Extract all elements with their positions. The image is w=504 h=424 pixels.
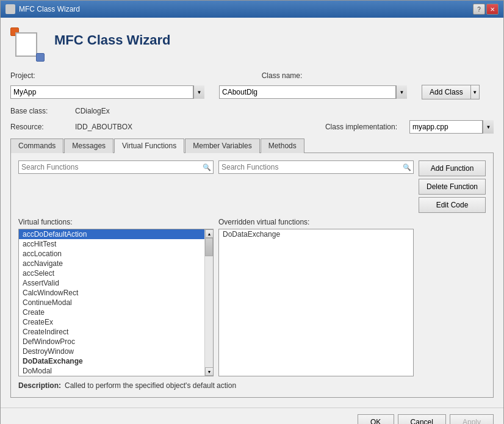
classimpl-value: myapp.cpp [412,123,448,131]
list-item[interactable]: accSelect [19,268,204,278]
lists-row: Virtual functions: accDoDefaultAction ac… [18,218,486,376]
classimpl-combo[interactable]: myapp.cpp [409,120,483,134]
icon-box [15,32,37,57]
list-item[interactable]: accDoDefaultAction [19,229,204,239]
project-combo[interactable]: MyApp [10,85,193,99]
baseclass-value: CDialogEx [75,107,110,115]
virtual-functions-list: accDoDefaultAction accHitTest accLocatio… [18,229,214,376]
add-class-button[interactable]: Add Class [422,85,471,99]
list-item[interactable]: DestroyWindow [19,347,204,356]
title-bar-controls: ? ✕ [473,4,499,15]
classimpl-combo-wrapper: myapp.cpp ▼ [409,120,494,134]
tab-member-variables[interactable]: Member Variables [185,138,259,153]
overridden-functions-list: DoDataExchange [218,229,414,376]
overridden-functions-section: Overridden virtual functions: DoDataExch… [218,218,414,376]
tab-virtual-functions[interactable]: Virtual Functions [114,138,184,153]
classimpl-combo-arrow[interactable]: ▼ [483,120,494,134]
form-section: Project: Class name: MyApp ▼ CAboutDlg ▼ [10,71,494,134]
apply-button[interactable]: Apply [450,414,494,424]
right-search-box: 🔍 [218,160,414,174]
baseclass-row: Base class: CDialogEx [10,107,494,115]
virtual-functions-label: Virtual functions: [18,218,214,226]
list-item[interactable]: Create [19,307,204,317]
left-search-icon[interactable]: 🔍 [201,161,213,173]
virtual-functions-scroll[interactable]: accDoDefaultAction accHitTest accLocatio… [19,229,204,376]
list-item[interactable]: accNavigate [19,259,204,268]
list-item[interactable]: CreateEx [19,317,204,327]
right-search-icon[interactable]: 🔍 [401,161,413,173]
classname-label: Class name: [262,71,303,80]
main-content: MFC Class Wizard Project: Class name: My… [1,18,503,408]
project-controls-row: MyApp ▼ CAboutDlg ▼ Add Class ▼ [10,85,494,99]
title-bar: MFC Class Wizard ? ✕ [1,1,503,18]
cancel-button[interactable]: Cancel [398,414,446,424]
classimpl-label: Class implementation: [325,123,397,131]
tab-bar: Commands Messages Virtual Functions Memb… [10,138,494,153]
resource-label: Resource: [10,123,65,131]
left-search-box: 🔍 [18,160,214,174]
description-text: Called to perform the specified object's… [65,381,236,390]
classname-combo[interactable]: CAboutDlg [219,85,396,99]
scroll-up-btn[interactable]: ▲ [205,229,214,238]
scroll-track [205,238,213,367]
delete-function-button[interactable]: Delete Function [419,179,486,195]
list-item[interactable]: DefWindowProc [19,337,204,347]
description-bar: Description: Called to perform the speci… [18,381,486,390]
classname-combo-wrapper: CAboutDlg ▼ [219,85,407,99]
tab-commands[interactable]: Commands [10,138,63,153]
list-item[interactable]: accLocation [19,249,204,259]
tab-methods[interactable]: Methods [261,138,304,153]
list-item[interactable]: AssertValid [19,278,204,288]
left-scrollbar[interactable]: ▲ ▼ [204,229,213,376]
classname-combo-arrow[interactable]: ▼ [396,85,407,99]
search-row: 🔍 🔍 Add Function Delete Function Edit Co… [18,160,486,213]
scroll-thumb[interactable] [205,238,213,256]
project-label: Project: [10,71,65,80]
tab-messages[interactable]: Messages [64,138,113,153]
project-combo-arrow[interactable]: ▼ [193,85,204,99]
buttons-spacer [419,218,486,376]
tab-content: 🔍 🔍 Add Function Delete Function Edit Co… [10,153,494,398]
list-item[interactable]: CalcWindowRect [19,288,204,298]
list-item[interactable]: DoDataExchange [219,229,413,239]
right-search-input[interactable] [219,162,401,173]
project-combo-wrapper: MyApp ▼ [10,85,204,99]
page-title: MFC Class Wizard [54,32,171,48]
header-section: MFC Class Wizard [10,27,494,62]
resource-row: Resource: IDD_ABOUTBOX Class implementat… [10,120,494,134]
footer: OK Cancel Apply [1,408,503,424]
scroll-down-btn[interactable]: ▼ [205,367,214,376]
help-button[interactable]: ? [473,4,485,15]
add-class-dropdown-arrow[interactable]: ▼ [471,85,480,99]
overridden-functions-scroll[interactable]: DoDataExchange [219,229,413,376]
classname-value: CAboutDlg [222,88,257,96]
functions-area: 🔍 🔍 Add Function Delete Function Edit Co… [18,160,486,390]
list-item[interactable]: accHitTest [19,239,204,249]
add-class-group: Add Class ▼ [422,85,480,99]
project-value: MyApp [13,88,36,96]
description-label: Description: [18,381,61,390]
list-item[interactable]: DoModal [19,366,204,376]
window-title: MFC Class Wizard [19,5,80,13]
list-item[interactable]: CreateIndirect [19,327,204,337]
overridden-functions-label: Overridden virtual functions: [218,218,414,226]
title-bar-left: MFC Class Wizard [5,4,80,14]
action-buttons: Add Function Delete Function Edit Code [419,160,486,213]
add-function-button[interactable]: Add Function [419,160,486,176]
ok-button[interactable]: OK [358,414,394,424]
edit-code-button[interactable]: Edit Code [419,197,486,213]
list-item[interactable]: ContinueModal [19,298,204,307]
icon-dot2 [36,53,45,62]
resource-value: IDD_ABOUTBOX [75,123,132,131]
left-search-input[interactable] [19,162,201,173]
list-item[interactable]: DoDataExchange [19,356,204,366]
wizard-icon [10,27,45,62]
window-icon [5,4,15,14]
baseclass-label: Base class: [10,107,65,115]
project-row: Project: Class name: [10,71,494,80]
virtual-functions-section: Virtual functions: accDoDefaultAction ac… [18,218,214,376]
close-button[interactable]: ✕ [486,4,499,15]
main-window: MFC Class Wizard ? ✕ MFC Class Wizard Pr… [0,0,504,424]
